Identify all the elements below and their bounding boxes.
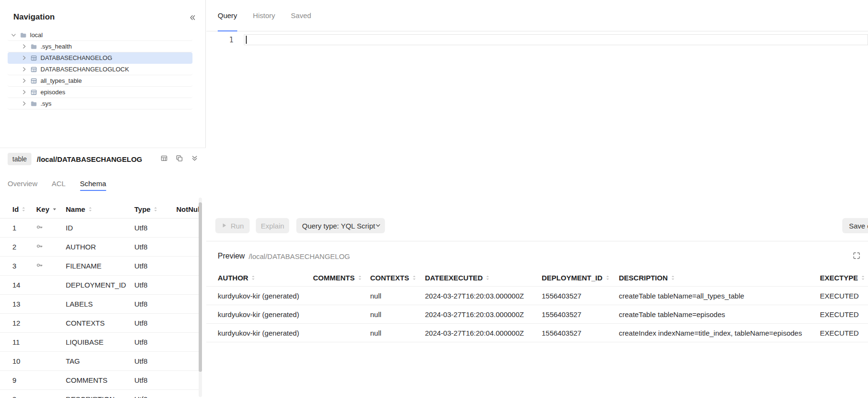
table-icon <box>30 89 37 96</box>
cell-id: 12 <box>12 319 36 327</box>
chevron-right-icon[interactable] <box>21 78 27 84</box>
preview-path: /local/DATABASECHANGELOG <box>249 252 350 260</box>
tree-item-label: DATABASECHANGELOG <box>40 54 112 61</box>
explain-button[interactable]: Explain <box>256 218 289 233</box>
cell-contexts: null <box>370 310 425 318</box>
preview-table-row[interactable]: kurdyukov-kir (generated) null 2024-03-2… <box>206 287 868 305</box>
cell-author: kurdyukov-kir (generated) <box>218 310 313 318</box>
schema-table: Id Key Name Type NotNull 1 ID Utf8 2 AUT <box>0 200 199 398</box>
tree-item-all-types-table[interactable]: all_types_table <box>8 75 192 87</box>
schema-table-row[interactable]: 2 AUTHOR Utf8 <box>0 238 199 257</box>
cell-description: createTable tableName=episodes <box>619 310 820 318</box>
schema-table-row[interactable]: 13 LABELS Utf8 <box>0 295 199 314</box>
cell-name: LABELS <box>66 300 134 308</box>
cell-deployment-id: 1556403527 <box>542 310 619 318</box>
cell-id: 9 <box>12 376 36 384</box>
preview-col-exectype[interactable]: EXECTYPE <box>820 274 868 282</box>
cell-type: Utf8 <box>134 243 176 251</box>
cell-description: createTable tableName=all_types_table <box>619 292 820 300</box>
preview-col-author[interactable]: AUTHOR <box>218 274 313 282</box>
chevron-right-icon[interactable] <box>21 89 27 95</box>
schema-table-row[interactable]: 1 ID Utf8 <box>0 219 199 238</box>
preview-col-description[interactable]: DESCRIPTION <box>619 274 820 282</box>
run-button[interactable]: Run <box>215 218 250 233</box>
schema-table-row[interactable]: 3 FILENAME Utf8 <box>0 257 199 276</box>
preview-col-comments[interactable]: COMMENTS <box>313 274 370 282</box>
expand-summary-button[interactable] <box>190 154 199 164</box>
preview-header: Preview /local/DATABASECHANGELOG <box>218 248 861 265</box>
schema-table-scrollbar[interactable] <box>199 198 202 397</box>
chevron-right-icon[interactable] <box>21 66 27 72</box>
tab-query[interactable]: Query <box>218 0 237 31</box>
tree-item-label: local <box>30 31 43 39</box>
cell-author: kurdyukov-kir (generated) <box>218 329 313 337</box>
schema-table-row[interactable]: 12 CONTEXTS Utf8 <box>0 314 199 333</box>
schema-col-notnull[interactable]: NotNull <box>176 205 199 213</box>
copy-path-button[interactable] <box>174 154 184 164</box>
preview-table-row[interactable]: kurdyukov-kir (generated) null 2024-03-2… <box>206 324 868 342</box>
preview-table-row[interactable]: kurdyukov-kir (generated) null 2024-03-2… <box>206 305 868 324</box>
cell-contexts: null <box>370 329 425 337</box>
collapse-panel-button[interactable] <box>187 13 198 23</box>
preview-col-dateexecuted[interactable]: DATEEXECUTED <box>425 274 542 282</box>
cell-dateexecuted: 2024-03-27T16:20:03.000000Z <box>425 310 542 318</box>
summary-actions <box>159 154 199 164</box>
cell-name: LIQUIBASE <box>66 338 134 346</box>
folder-icon <box>30 100 37 107</box>
tree-item-label: DATABASECHANGELOGLOCK <box>40 66 129 73</box>
query-type-dropdown[interactable]: Query type: YQL Script <box>296 218 385 233</box>
query-editor[interactable]: 1 <box>206 32 868 217</box>
tree-item-sys[interactable]: .sys <box>8 98 192 109</box>
tree-item-databasechangelog[interactable]: DATABASECHANGELOG <box>8 52 192 64</box>
schema-table-row[interactable]: 11 LIQUIBASE Utf8 <box>0 333 199 352</box>
key-icon <box>36 224 66 232</box>
chevron-right-icon[interactable] <box>21 55 27 61</box>
tree-item-label: .sys <box>40 100 51 107</box>
cell-id: 10 <box>12 357 36 365</box>
caret-down-icon <box>52 205 57 213</box>
cell-dateexecuted: 2024-03-27T16:20:03.000000Z <box>425 292 542 300</box>
cell-exectype: EXECUTED <box>820 329 868 337</box>
schema-table-row[interactable]: 8 DESCRIPTION Utf8 <box>0 390 199 398</box>
scrollbar-thumb[interactable] <box>199 202 202 372</box>
schema-table-row[interactable]: 10 TAG Utf8 <box>0 352 199 371</box>
preview-col-contexts[interactable]: CONTEXTS <box>370 274 425 282</box>
navigation-panel: Navigation local .sys_health DATABASECHA… <box>0 0 206 398</box>
tree-item-sys-health[interactable]: .sys_health <box>8 41 192 52</box>
cell-id: 2 <box>12 243 36 251</box>
cell-deployment-id: 1556403527 <box>542 329 619 337</box>
preview-col-deployment-id[interactable]: DEPLOYMENT_ID <box>542 274 619 282</box>
fullscreen-button[interactable] <box>852 251 861 261</box>
schema-col-id[interactable]: Id <box>12 205 36 213</box>
tab-overview[interactable]: Overview <box>8 176 38 191</box>
table-icon <box>30 66 37 73</box>
schema-table-row[interactable]: 9 COMMENTS Utf8 <box>0 371 199 390</box>
tree-item-databasechangeloglock[interactable]: DATABASECHANGELOGLOCK <box>8 64 192 75</box>
tab-acl[interactable]: ACL <box>52 176 66 191</box>
chevron-right-icon[interactable] <box>21 100 27 107</box>
preview-table-header: AUTHOR COMMENTS CONTEXTS DATEEXECUTED DE… <box>206 269 868 287</box>
schema-col-key[interactable]: Key <box>36 205 66 213</box>
tab-schema[interactable]: Schema <box>80 176 106 191</box>
preview-divider <box>206 241 868 241</box>
open-preview-button[interactable] <box>159 154 169 164</box>
schema-col-type[interactable]: Type <box>134 205 176 213</box>
tree-item-local[interactable]: local <box>8 30 192 41</box>
tab-history[interactable]: History <box>253 0 275 31</box>
chevron-right-icon[interactable] <box>21 43 27 50</box>
save-query-button[interactable]: Save query <box>842 218 868 233</box>
play-icon <box>221 222 227 230</box>
tab-saved[interactable]: Saved <box>291 0 312 31</box>
ydb-embedded-ui: Navigation local .sys_health DATABASECHA… <box>0 0 868 398</box>
schema-table-row[interactable]: 14 DEPLOYMENT_ID Utf8 <box>0 276 199 295</box>
editor-toolbar: Run Explain Query type: YQL Script Save … <box>206 218 868 234</box>
cell-dateexecuted: 2024-03-27T16:20:04.000000Z <box>425 329 542 337</box>
cell-deployment-id: 1556403527 <box>542 292 619 300</box>
cell-id: 11 <box>12 338 36 346</box>
tree-item-episodes[interactable]: episodes <box>8 87 192 98</box>
chevron-down-icon <box>375 222 381 230</box>
cell-name: ID <box>66 224 134 232</box>
tree-item-label: .sys_health <box>40 43 72 50</box>
schema-col-name[interactable]: Name <box>66 205 134 213</box>
chevron-down-icon[interactable] <box>10 32 17 38</box>
